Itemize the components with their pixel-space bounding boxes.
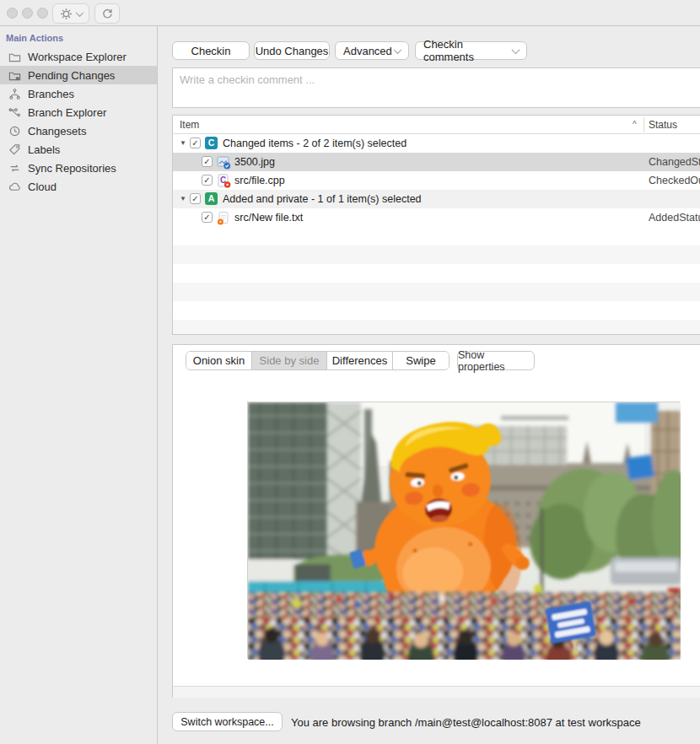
preview-image — [247, 402, 680, 659]
traffic-light-zoom-icon[interactable] — [37, 8, 48, 19]
checkbox[interactable]: ✓ — [202, 156, 213, 167]
disclosure-triangle-icon[interactable]: ▼ — [180, 139, 186, 147]
diff-mode-segmented-control: Onion skin Side by side Differences Swip… — [186, 351, 450, 370]
cloud-icon — [8, 181, 21, 193]
switch-workspace-button[interactable]: Switch workspace... — [172, 712, 283, 731]
preview-footer-strip — [173, 686, 700, 698]
checkin-comment-input[interactable] — [172, 67, 700, 108]
sidebar: Main Actions Workspace Explorer Pending … — [0, 26, 158, 744]
chevron-down-icon — [75, 8, 83, 17]
empty-row — [173, 227, 700, 245]
tab-swipe[interactable]: Swipe — [393, 352, 449, 369]
tag-icon — [8, 143, 21, 156]
table-header[interactable]: Item ^ Status — [173, 116, 700, 134]
tab-onion-skin[interactable]: Onion skin — [186, 352, 252, 369]
gear-icon — [60, 8, 73, 20]
new-text-file-icon — [217, 211, 231, 228]
sidebar-item-labels[interactable]: Labels — [0, 140, 157, 159]
added-badge: A — [205, 192, 218, 205]
workspace-status-message: You are browsing branch /main@test@local… — [291, 716, 641, 729]
disclosure-triangle-icon[interactable]: ▼ — [180, 195, 186, 202]
checkbox[interactable]: ✓ — [202, 212, 213, 223]
sidebar-item-cloud[interactable]: Cloud — [0, 177, 157, 196]
sidebar-header: Main Actions — [6, 33, 157, 43]
cpp-file-icon: C — [217, 174, 231, 191]
empty-row — [173, 320, 700, 335]
changed-badge: C — [205, 137, 218, 149]
refresh-button[interactable] — [94, 3, 120, 24]
branch-explorer-icon — [8, 106, 21, 119]
checkin-comments-dropdown[interactable]: Checkin comments — [415, 41, 527, 60]
protest-crowd — [248, 585, 681, 660]
empty-row — [173, 264, 700, 283]
advanced-dropdown[interactable]: Advanced — [335, 41, 409, 60]
sidebar-item-pending-changes[interactable]: Pending Changes — [0, 66, 157, 84]
checkin-button[interactable]: Checkin — [172, 41, 250, 60]
checkbox[interactable]: ✓ — [190, 137, 201, 148]
table-row-new-file-txt[interactable]: ✓ src/New file.txt AddedStatus — [173, 208, 700, 227]
empty-row — [173, 283, 700, 301]
sidebar-item-changesets[interactable]: Changesets — [0, 121, 157, 140]
settings-menu-button[interactable] — [52, 3, 89, 24]
show-properties-button[interactable]: Show properties — [457, 351, 535, 370]
folder-pending-icon — [8, 69, 21, 82]
empty-row — [173, 245, 700, 264]
traffic-light-minimize-icon[interactable] — [22, 8, 33, 19]
pending-changes-table: Item ^ Status ▼ ✓ C Changed items - 2 of… — [172, 115, 700, 335]
refresh-icon — [101, 8, 114, 20]
sort-ascending-icon: ^ — [633, 120, 637, 129]
table-row-group-changed[interactable]: ▼ ✓ C Changed items - 2 of 2 item(s) sel… — [173, 134, 700, 153]
changesets-icon — [8, 125, 21, 137]
sync-arrows-icon — [8, 162, 21, 175]
column-item[interactable]: Item — [180, 119, 199, 131]
empty-row — [173, 301, 700, 320]
folder-icon — [8, 51, 21, 63]
table-row-file-cpp[interactable]: ✓ C src/file.cpp CheckedOut — [173, 171, 700, 190]
window-toolbar — [0, 0, 700, 26]
branches-icon — [8, 88, 21, 100]
tab-side-by-side[interactable]: Side by side — [252, 352, 327, 369]
tab-differences[interactable]: Differences — [327, 352, 393, 369]
diff-preview-panel: Onion skin Side by side Differences Swip… — [172, 344, 700, 698]
checkbox[interactable]: ✓ — [190, 193, 201, 204]
sidebar-item-workspace-explorer[interactable]: Workspace Explorer — [0, 47, 157, 66]
sidebar-item-branch-explorer[interactable]: Branch Explorer — [0, 103, 157, 121]
column-status[interactable]: Status — [649, 119, 677, 131]
sidebar-item-branches[interactable]: Branches — [0, 84, 157, 103]
chevron-down-icon — [394, 46, 402, 54]
table-row-3500-jpg[interactable]: ✓ 3500.jpg ChangedStatus — [173, 153, 700, 171]
traffic-light-close-icon[interactable] — [7, 8, 18, 19]
sidebar-item-sync-repositories[interactable]: Sync Repositories — [0, 159, 157, 177]
undo-changes-button[interactable]: Undo Changes — [254, 41, 330, 60]
checkbox[interactable]: ✓ — [202, 175, 213, 186]
image-file-icon — [217, 155, 231, 172]
table-row-group-added[interactable]: ▼ ✓ A Added and private - 1 of 1 item(s)… — [173, 190, 700, 208]
